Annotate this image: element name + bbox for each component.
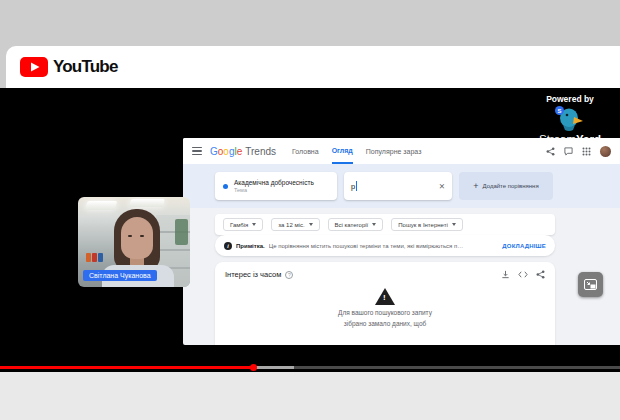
tab-explore[interactable]: Огляд xyxy=(332,138,353,164)
help-icon[interactable]: ? xyxy=(285,271,293,279)
progress-track xyxy=(294,366,620,369)
speaker-face xyxy=(121,217,153,259)
streamyard-watermark: Powered by S StreamYard xyxy=(528,94,612,145)
chevron-down-icon xyxy=(372,223,376,226)
chevron-down-icon xyxy=(252,223,256,226)
google-trends-logo: Google Trends xyxy=(210,146,276,157)
filter-category[interactable]: Всі категорії xyxy=(328,218,384,231)
youtube-wordmark: YouTube xyxy=(53,57,118,77)
youtube-play-icon xyxy=(20,57,48,77)
series-color-dot xyxy=(223,184,228,189)
compare-input-value[interactable]: р xyxy=(351,182,355,191)
notice-bar: i Примітка. Це порівняння містить пошуко… xyxy=(215,235,555,256)
youtube-logo[interactable]: YouTube xyxy=(20,57,118,77)
search-term-type: Тема xyxy=(234,187,314,194)
chevron-down-icon xyxy=(452,223,456,226)
youtube-header: YouTube xyxy=(6,46,620,88)
add-comparison-button[interactable]: + Додайте порівняння xyxy=(459,172,553,200)
chart-title: Інтерес із часом xyxy=(225,270,281,279)
video-player[interactable]: Google Trends Головна Огляд Популярне за… xyxy=(0,88,620,372)
ceiling-light xyxy=(85,201,118,210)
pip-icon xyxy=(584,279,597,290)
trends-header-actions xyxy=(546,146,611,157)
progress-buffered xyxy=(254,366,294,369)
apps-grid-icon[interactable] xyxy=(582,147,591,156)
powered-by-label: Powered by xyxy=(546,94,594,104)
plus-icon: + xyxy=(473,181,478,191)
filter-region[interactable]: Гамбія xyxy=(223,218,263,231)
share-icon[interactable] xyxy=(536,270,545,279)
chevron-down-icon xyxy=(309,223,313,226)
notice-text: Це порівняння містить пошукові терміни т… xyxy=(269,243,464,249)
clear-icon[interactable]: ✕ xyxy=(439,182,445,191)
filter-search-type[interactable]: Пошук в Інтернеті xyxy=(391,218,462,231)
info-icon: i xyxy=(224,242,232,250)
webcam-tile: Світлана Чуканова xyxy=(78,197,190,287)
share-icon[interactable] xyxy=(546,147,555,156)
filter-bar: Гамбія за 12 міс. Всі категорії Пошук в … xyxy=(215,214,555,235)
pip-button[interactable] xyxy=(578,272,603,297)
streamyard-logo-icon: S xyxy=(557,107,583,131)
search-term-card[interactable]: Академічна доброчесність Тема xyxy=(215,172,337,200)
trends-tabs: Головна Огляд Популярне зараз xyxy=(292,138,421,164)
no-data-warning: ! Для вашого пошукового запиту зібрано з… xyxy=(225,288,545,327)
tab-trending-now[interactable]: Популярне зараз xyxy=(366,138,422,164)
download-icon[interactable] xyxy=(501,270,510,279)
streamyard-badge: S xyxy=(555,106,564,115)
window-plant xyxy=(175,219,188,245)
progress-bar[interactable] xyxy=(0,366,620,369)
speaker-name-badge: Світлана Чуканова xyxy=(83,270,157,281)
menu-icon[interactable] xyxy=(192,147,202,155)
filter-time-range[interactable]: за 12 міс. xyxy=(271,218,319,231)
scrubber[interactable] xyxy=(250,364,257,371)
warning-text-line1: Для вашого пошукового запиту xyxy=(338,309,432,316)
ceiling-light xyxy=(129,199,165,207)
tab-home[interactable]: Головна xyxy=(292,138,319,164)
embed-icon[interactable] xyxy=(518,270,528,279)
page-background-strip xyxy=(0,372,620,420)
warning-icon: ! xyxy=(375,288,395,305)
interest-over-time-card: Інтерес із часом ? ! Для в xyxy=(215,262,555,345)
text-cursor xyxy=(356,181,357,191)
learn-more-link[interactable]: ДОКЛАДНІШЕ xyxy=(502,243,546,249)
google-trends-window: Google Trends Головна Огляд Популярне за… xyxy=(183,138,620,345)
avatar[interactable] xyxy=(600,146,611,157)
compare-section: Академічна доброчесність Тема р ✕ + Дода… xyxy=(183,164,620,208)
compare-input-card[interactable]: р ✕ xyxy=(344,172,452,200)
progress-played xyxy=(0,366,254,369)
notice-title: Примітка. xyxy=(236,243,265,249)
warning-text-line2: зібрано замало даних, щоб xyxy=(344,320,426,327)
feedback-icon[interactable] xyxy=(564,147,573,156)
search-term-label: Академічна доброчесність xyxy=(234,179,314,187)
streamyard-wordmark: StreamYard xyxy=(539,133,601,145)
